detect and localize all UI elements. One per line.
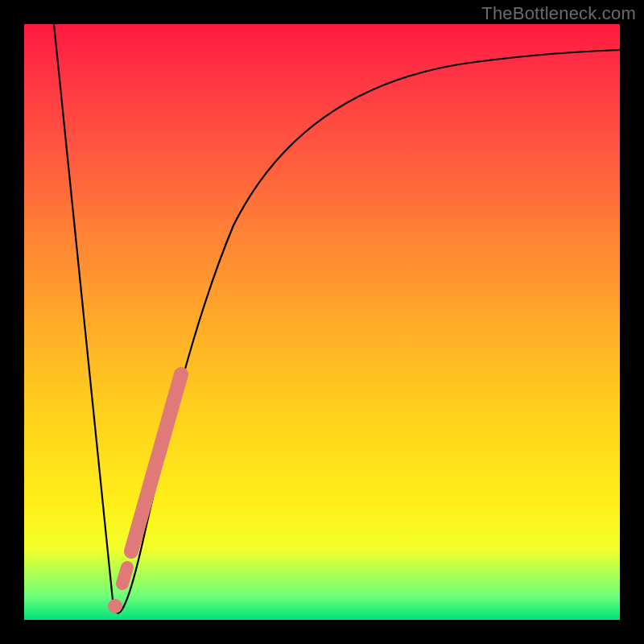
highlight-dot (108, 599, 122, 613)
watermark-text: TheBottleneck.com (481, 3, 636, 24)
highlight-dash (122, 568, 127, 584)
bottleneck-curve-svg (24, 24, 620, 620)
highlight-segment (131, 374, 181, 551)
